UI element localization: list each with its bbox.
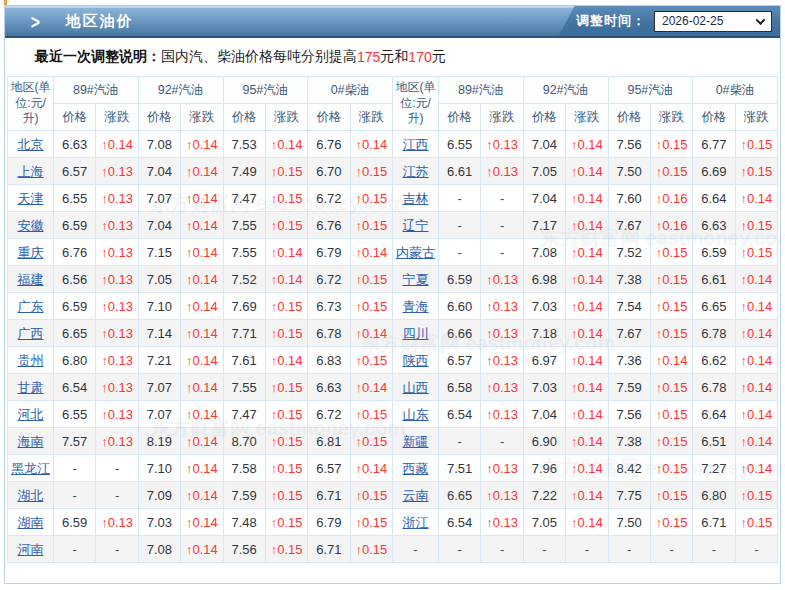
region-link[interactable]: 黑龙江: [11, 461, 50, 476]
price-cell: 7.48: [223, 509, 265, 536]
change-cell: ↑0.15: [650, 239, 692, 266]
change-cell: ↑0.15: [735, 131, 777, 158]
price-cell: 6.63: [693, 212, 735, 239]
change-cell: ↑0.13: [96, 401, 138, 428]
region-cell: 江苏: [393, 158, 439, 185]
region-link[interactable]: 海南: [18, 434, 44, 449]
region-link[interactable]: 新疆: [403, 434, 429, 449]
change-cell: -: [481, 428, 523, 455]
change-cell: ↑0.15: [265, 212, 307, 239]
region-link[interactable]: 辽宁: [403, 218, 429, 233]
region-link[interactable]: 河南: [18, 542, 44, 557]
col-header-group: 89#汽油: [439, 77, 524, 104]
price-cell: 6.64: [693, 185, 735, 212]
change-cell: -: [481, 239, 523, 266]
region-link[interactable]: 福建: [18, 272, 44, 287]
region-link[interactable]: 河北: [18, 407, 44, 422]
price-cell: 7.56: [223, 536, 265, 563]
change-cell: ↑0.15: [350, 428, 392, 455]
change-cell: ↑0.14: [265, 239, 307, 266]
change-cell: ↑0.13: [481, 158, 523, 185]
price-cell: 7.04: [523, 131, 565, 158]
change-cell: ↑0.15: [350, 158, 392, 185]
change-cell: ↑0.15: [735, 482, 777, 509]
price-cell: 6.90: [523, 428, 565, 455]
price-cell: 7.55: [223, 374, 265, 401]
change-cell: ↑0.14: [181, 293, 223, 320]
price-cell: 6.73: [308, 293, 350, 320]
region-link[interactable]: 贵州: [18, 353, 44, 368]
region-link[interactable]: 广西: [18, 326, 44, 341]
page-root: > 地区油价 调整时间： 2026-02-25 最近一次调整说明：国内汽、柴油价…: [0, 0, 785, 590]
price-cell: 7.75: [608, 482, 650, 509]
table-row: 海南7.57↑0.138.19↑0.148.70↑0.156.81↑0.15新疆…: [8, 428, 778, 455]
price-cell: 7.49: [223, 158, 265, 185]
region-link[interactable]: 湖北: [18, 488, 44, 503]
region-link[interactable]: 云南: [403, 488, 429, 503]
price-cell: 6.59: [54, 212, 96, 239]
change-cell: ↑0.13: [481, 401, 523, 428]
region-link[interactable]: 甘肃: [18, 380, 44, 395]
region-link[interactable]: 四川: [403, 326, 429, 341]
change-cell: ↑0.15: [650, 158, 692, 185]
price-cell: 6.57: [308, 455, 350, 482]
region-link[interactable]: 浙江: [403, 515, 429, 530]
region-link[interactable]: 安徽: [18, 218, 44, 233]
change-cell: ↑0.14: [566, 509, 608, 536]
change-cell: ↑0.15: [650, 428, 692, 455]
region-link[interactable]: 西藏: [403, 461, 429, 476]
change-cell: ↑0.14: [181, 239, 223, 266]
region-link[interactable]: 吉林: [403, 191, 429, 206]
price-cell: 7.03: [523, 293, 565, 320]
adjust-date-value: 2026-02-25: [662, 14, 723, 28]
table-row: 安徽6.59↑0.137.04↑0.147.55↑0.156.76↑0.15辽宁…: [8, 212, 778, 239]
region-cell: 广西: [8, 320, 54, 347]
adjust-date-select[interactable]: 2026-02-25: [654, 11, 772, 32]
change-cell: ↑0.15: [650, 482, 692, 509]
region-link[interactable]: 北京: [18, 137, 44, 152]
col-header-group: 95#汽油: [223, 77, 308, 104]
change-cell: ↑0.15: [650, 509, 692, 536]
region-link[interactable]: 山西: [403, 380, 429, 395]
price-cell: 6.69: [693, 158, 735, 185]
change-cell: ↑0.15: [735, 239, 777, 266]
price-cell: 8.19: [138, 428, 180, 455]
price-cell: 6.79: [308, 509, 350, 536]
change-cell: ↑0.14: [735, 347, 777, 374]
adjust-time-area: 调整时间： 2026-02-25: [576, 11, 780, 32]
col-header-price: 价格: [608, 104, 650, 131]
region-link[interactable]: 内蒙古: [396, 245, 435, 260]
region-link[interactable]: 江西: [403, 137, 429, 152]
region-link[interactable]: 广东: [18, 299, 44, 314]
price-cell: 7.55: [223, 239, 265, 266]
region-link[interactable]: 湖南: [18, 515, 44, 530]
price-cell: 7.03: [138, 509, 180, 536]
price-cell: 6.59: [693, 239, 735, 266]
change-cell: ↑0.15: [265, 374, 307, 401]
price-cell: 6.83: [308, 347, 350, 374]
region-link[interactable]: 陕西: [403, 353, 429, 368]
price-cell: -: [693, 536, 735, 563]
region-link[interactable]: 青海: [403, 299, 429, 314]
region-link[interactable]: 江苏: [403, 164, 429, 179]
change-cell: ↑0.15: [650, 374, 692, 401]
price-cell: 7.07: [138, 185, 180, 212]
price-cell: 7.54: [608, 293, 650, 320]
region-link[interactable]: 山东: [403, 407, 429, 422]
col-header-change: 涨跌: [181, 104, 223, 131]
region-link[interactable]: 天津: [18, 191, 44, 206]
change-cell: ↑0.15: [350, 266, 392, 293]
price-cell: 7.53: [223, 131, 265, 158]
price-cell: 7.04: [523, 185, 565, 212]
region-link[interactable]: 上海: [18, 164, 44, 179]
change-cell: -: [96, 482, 138, 509]
price-cell: 7.38: [608, 266, 650, 293]
change-cell: ↑0.15: [265, 158, 307, 185]
change-cell: ↑0.13: [96, 374, 138, 401]
region-link[interactable]: 重庆: [18, 245, 44, 260]
price-cell: 6.57: [439, 347, 481, 374]
col-header-change: 涨跌: [735, 104, 777, 131]
price-cell: 6.62: [693, 347, 735, 374]
price-cell: 6.71: [308, 536, 350, 563]
region-link[interactable]: 宁夏: [403, 272, 429, 287]
